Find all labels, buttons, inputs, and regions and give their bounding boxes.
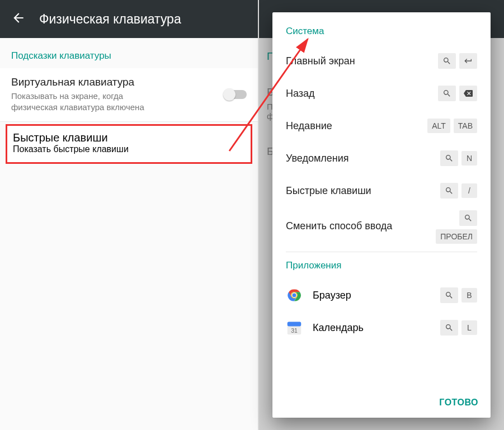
settings-screen-right: П В П ф Б Система Главный экран Назад [259, 0, 504, 430]
shortcut-row-notifications: Уведомления N [286, 142, 477, 174]
virtual-keyboard-item[interactable]: Виртуальная клавиатура Показывать на экр… [0, 68, 258, 122]
tab-key: TAB [454, 119, 477, 133]
b-key: B [461, 288, 477, 303]
settings-screen-left: Физическая клавиатура Подсказки клавиату… [0, 0, 259, 430]
calendar-icon: 31 [286, 319, 303, 336]
search-key-icon [440, 183, 458, 199]
shortcut-row-shortcuts: Быстрые клавиши / [286, 174, 477, 207]
virtual-keyboard-toggle[interactable] [224, 90, 247, 99]
back-arrow-icon[interactable] [11, 11, 26, 27]
svg-rect-4 [288, 322, 302, 327]
search-key-icon [438, 53, 456, 69]
space-key: ПРОБЕЛ [436, 229, 477, 244]
search-key-icon [440, 320, 458, 336]
section-hints-label: Подсказки клавиатуры [0, 38, 258, 68]
virtual-keyboard-sub: Показывать на экране, когда физическая к… [11, 91, 168, 112]
shortcut-row-back: Назад [286, 77, 477, 110]
done-button[interactable]: ГОТОВО [439, 398, 478, 408]
chrome-icon [286, 287, 303, 304]
app-row-calendar: 31 Календарь L [286, 311, 477, 344]
shortcut-row-home: Главный экран [286, 45, 477, 77]
shortcut-row-recents: Недавние ALT TAB [286, 110, 477, 142]
divider [286, 252, 477, 252]
alt-key: ALT [427, 119, 450, 133]
keyboard-shortcuts-title: Быстрые клавиши [13, 131, 245, 144]
search-key-icon [440, 150, 458, 166]
shortcut-row-switch-input: Сменить способ ввода ПРОБЕЛ [286, 207, 477, 244]
l-key: L [461, 320, 477, 335]
search-key-icon [459, 210, 477, 226]
search-key-icon [440, 287, 458, 303]
search-key-icon [438, 86, 456, 101]
backspace-key-icon [459, 86, 477, 101]
appbar-title: Физическая клавиатура [39, 12, 181, 27]
virtual-keyboard-title: Виртуальная клавиатура [11, 76, 224, 88]
shortcuts-dialog: Система Главный экран Назад Недавние AL [272, 12, 491, 418]
appbar: Физическая клавиатура [0, 0, 258, 38]
dialog-footer: ГОТОВО [272, 390, 491, 418]
keyboard-shortcuts-item[interactable]: Быстрые клавиши Показать быстрые клавиши [6, 124, 252, 164]
keyboard-shortcuts-sub: Показать быстрые клавиши [13, 144, 245, 154]
enter-key-icon [459, 53, 477, 69]
dialog-section-apps: Приложения [286, 260, 477, 271]
svg-text:31: 31 [291, 327, 298, 334]
dialog-section-system: Система [286, 26, 477, 37]
app-row-browser: Браузер B [286, 279, 477, 311]
slash-key: / [461, 183, 477, 198]
n-key: N [461, 151, 477, 166]
